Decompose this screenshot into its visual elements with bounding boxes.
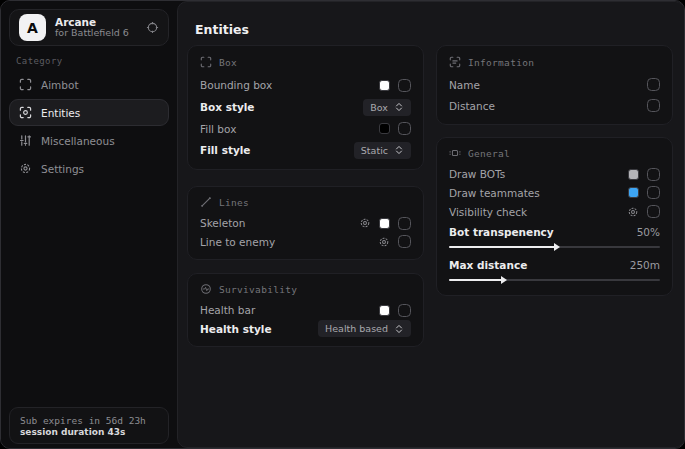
page-title: Entities [195, 22, 249, 37]
card-title: Box [219, 57, 237, 68]
color-swatch[interactable] [379, 80, 390, 91]
checkbox[interactable] [647, 99, 660, 112]
gear-icon[interactable] [378, 236, 390, 248]
survivability-icon [200, 283, 212, 295]
sidebar: A Arcane for Battlefield 6 Category Aimb… [1, 1, 177, 448]
row-label: Visibility check [449, 206, 527, 218]
crosshair-icon [19, 78, 32, 91]
checkbox[interactable] [647, 168, 660, 181]
gear-icon[interactable] [627, 206, 639, 218]
row-name: Name [449, 74, 660, 95]
row-label: Skeleton [200, 217, 245, 229]
updown-arrows-icon [394, 145, 404, 155]
sidebar-item-label: Aimbot [41, 79, 79, 91]
color-swatch[interactable] [628, 169, 639, 180]
color-swatch[interactable] [379, 305, 390, 316]
row-label: Box style [200, 101, 254, 113]
card-lines: Lines Skeleton Line to enemy [187, 186, 424, 260]
health-style-dropdown[interactable]: Health based [318, 320, 411, 337]
updown-arrows-icon [394, 102, 404, 112]
color-swatch[interactable] [379, 123, 390, 134]
card-title: Information [468, 57, 534, 68]
category-label: Category [16, 56, 63, 66]
updown-arrows-icon [394, 324, 404, 334]
gear-icon[interactable] [359, 217, 371, 229]
max-distance-group: Max distance 250m [449, 256, 660, 284]
card-title: General [468, 148, 510, 159]
gear-icon [19, 162, 32, 175]
row-label: Name [449, 79, 480, 91]
row-label: Health bar [200, 304, 255, 316]
sidebar-item-entities[interactable]: Entities [9, 99, 169, 126]
slider-fill [449, 246, 555, 248]
row-label: Bot transpenency [449, 226, 554, 238]
row-bounding-box: Bounding box [200, 75, 411, 97]
checkbox[interactable] [398, 79, 411, 92]
sidebar-nav: Aimbot Entities Miscellaneous Settings [9, 71, 169, 183]
app-header-card: A Arcane for Battlefield 6 [9, 9, 169, 46]
max-distance-slider[interactable] [449, 276, 660, 284]
card-general: General Draw BOTs Draw teammates Visibil… [436, 137, 673, 296]
checkbox[interactable] [647, 78, 660, 91]
color-swatch[interactable] [379, 218, 390, 229]
entities-icon [19, 106, 32, 119]
box-icon [200, 56, 212, 68]
card-box: Box Bounding box Box style Box Fill box [187, 45, 424, 170]
checkbox[interactable] [647, 205, 660, 218]
slider-value: 50% [637, 226, 660, 238]
row-skeleton: Skeleton [200, 214, 411, 233]
row-health-bar: Health bar [200, 301, 411, 320]
row-label: Draw teammates [449, 187, 540, 199]
checkbox[interactable] [647, 186, 660, 199]
card-title: Survivability [219, 284, 297, 295]
row-fill-style: Fill style Static [200, 139, 411, 161]
row-label: Line to enemy [200, 236, 275, 248]
sidebar-item-label: Entities [41, 107, 80, 119]
crosshair-icon[interactable] [146, 21, 159, 34]
row-draw-teammates: Draw teammates [449, 184, 660, 203]
bot-transparency-group: Bot transpenency 50% [449, 223, 660, 251]
box-style-dropdown[interactable]: Box [363, 99, 411, 116]
checkbox[interactable] [398, 217, 411, 230]
row-label: Distance [449, 100, 495, 112]
checkbox[interactable] [398, 235, 411, 248]
card-information: Information Name Distance [436, 45, 673, 125]
general-icon [449, 147, 461, 159]
session-duration-text: session duration 43s [20, 427, 158, 437]
bot-transparency-slider[interactable] [449, 243, 660, 251]
card-title: Lines [219, 197, 249, 208]
sidebar-item-settings[interactable]: Settings [9, 155, 169, 182]
color-swatch[interactable] [628, 187, 639, 198]
card-survivability: Survivability Health bar Health style He… [187, 273, 424, 347]
row-box-style: Box style Box [200, 96, 411, 118]
row-health-style: Health style Health based [200, 319, 411, 338]
row-label: Draw BOTs [449, 168, 505, 180]
sidebar-item-label: Miscellaneous [41, 135, 115, 147]
row-line-to-enemy: Line to enemy [200, 232, 411, 251]
information-icon [449, 56, 461, 68]
row-distance: Distance [449, 95, 660, 116]
checkbox[interactable] [398, 304, 411, 317]
subscription-card: Sub expires in 56d 23h session duration … [9, 407, 169, 444]
sliders-icon [19, 134, 32, 147]
row-label: Fill style [200, 144, 250, 156]
app-subtitle: for Battlefield 6 [55, 28, 137, 39]
fill-style-dropdown[interactable]: Static [354, 142, 411, 159]
slider-value: 250m [630, 259, 660, 271]
sidebar-item-miscellaneous[interactable]: Miscellaneous [9, 127, 169, 154]
row-label: Fill box [200, 123, 236, 135]
checkbox[interactable] [398, 122, 411, 135]
app-window: A Arcane for Battlefield 6 Category Aimb… [0, 0, 685, 449]
row-draw-bots: Draw BOTs [449, 165, 660, 184]
slider-fill [449, 279, 502, 281]
row-visibility-check: Visibility check [449, 202, 660, 221]
sidebar-item-aimbot[interactable]: Aimbot [9, 71, 169, 98]
row-label: Health style [200, 323, 272, 335]
sub-expiry-text: Sub expires in 56d 23h [20, 415, 158, 426]
lines-icon [200, 196, 212, 208]
app-avatar: A [19, 14, 46, 41]
row-label: Max distance [449, 259, 527, 271]
row-fill-box: Fill box [200, 118, 411, 140]
sidebar-item-label: Settings [41, 163, 84, 175]
row-label: Bounding box [200, 79, 272, 91]
